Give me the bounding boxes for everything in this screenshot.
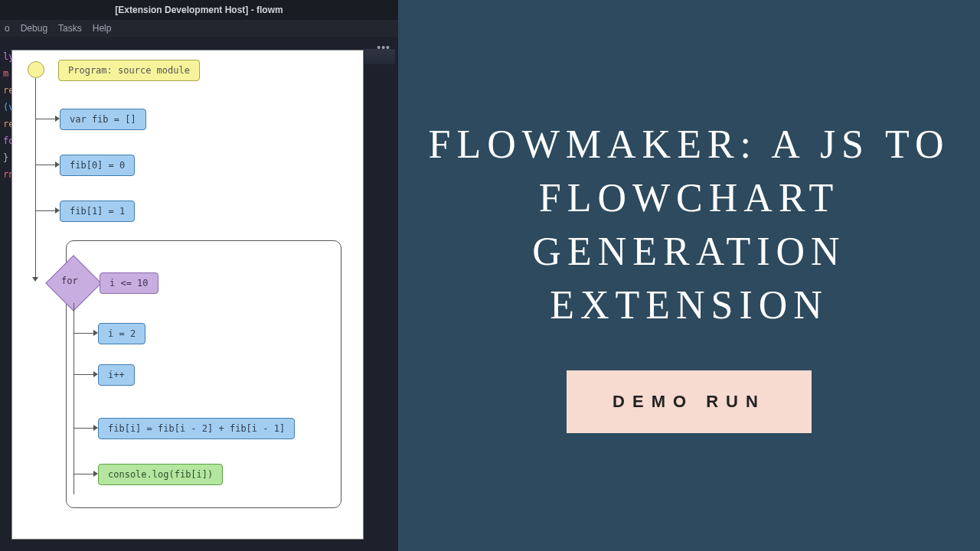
connector xyxy=(74,374,95,375)
flow-node-log: console.log(fib[i]) xyxy=(98,464,223,485)
arrow-icon xyxy=(32,277,38,282)
connector xyxy=(74,428,95,429)
flow-start-dot xyxy=(28,61,44,78)
flow-node-var: var fib = [] xyxy=(60,109,146,130)
flow-node-assign1: fib[1] = 1 xyxy=(60,201,135,222)
window-title: [Extension Development Host] - flowm xyxy=(0,0,398,20)
slide-headline: FLOWMAKER: A JS TO FLOWCHART GENERATION … xyxy=(421,118,957,333)
connector xyxy=(74,474,95,474)
menubar: o Debug Tasks Help xyxy=(0,20,398,37)
flowchart-canvas[interactable]: Program: source module var fib = [] fib[… xyxy=(11,50,364,540)
flow-node-assign0: fib[0] = 0 xyxy=(60,155,135,176)
connector xyxy=(74,333,95,334)
menu-item-go[interactable]: o xyxy=(5,23,10,34)
slide-panel: FLOWMAKER: A JS TO FLOWCHART GENERATION … xyxy=(398,0,980,551)
flow-node-init: i = 2 xyxy=(98,323,145,344)
flow-for-label: for xyxy=(61,276,78,286)
connector xyxy=(35,78,36,280)
connector xyxy=(35,119,57,119)
flow-node-fib: fib[i] = fib[i - 2] + fib[i - 1] xyxy=(98,418,295,439)
menu-item-debug[interactable]: Debug xyxy=(21,23,47,34)
minimap[interactable] xyxy=(364,49,395,64)
connector xyxy=(74,303,74,494)
flow-start-label: Program: source module xyxy=(58,60,200,81)
ide-panel: [Extension Development Host] - flowm o D… xyxy=(0,0,398,551)
menu-item-help[interactable]: Help xyxy=(93,23,112,34)
menu-item-tasks[interactable]: Tasks xyxy=(58,23,82,34)
flow-for-condition: i <= 10 xyxy=(100,272,158,294)
connector xyxy=(35,210,57,211)
connector xyxy=(35,165,57,165)
slide-badge: DEMO RUN xyxy=(567,370,812,433)
flow-node-incr: i++ xyxy=(98,364,135,386)
